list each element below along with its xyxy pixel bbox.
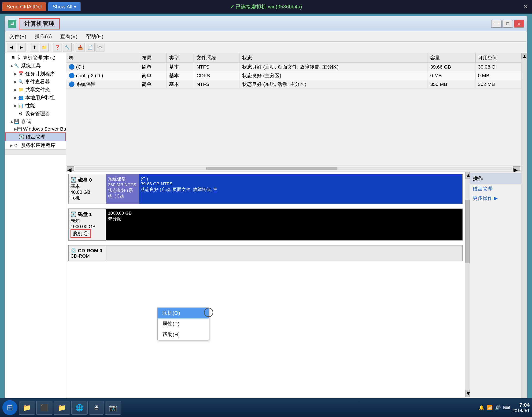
table-row[interactable]: 🔵 config-2 (D:) 简单 基本 CDFS 状态良好 (主分区) 0 … bbox=[66, 71, 521, 80]
scroll-left-btn[interactable]: ◀ bbox=[67, 166, 74, 171]
actions-more-btn[interactable]: 更多操作 ▶ bbox=[470, 194, 521, 203]
sidebar-item-device-mgr[interactable]: 🖨 设备管理器 bbox=[5, 110, 66, 117]
sidebar: 🖥 计算机管理(本地) ▲ 🔧 系统工具 ▶ 📅 任务计划程序 ▶ 🔍 事件查看… bbox=[5, 53, 66, 408]
minimize-button[interactable]: — bbox=[491, 20, 501, 28]
help-icon[interactable]: ❓ bbox=[53, 43, 62, 52]
menu-file[interactable]: 文件(F) bbox=[8, 32, 28, 41]
table-row[interactable]: 🔵 系统保留 简单 基本 NTFS 状态良好 (系统, 活动, 主分区) 350… bbox=[66, 80, 521, 89]
menu-help[interactable]: 帮助(H) bbox=[84, 32, 105, 41]
sidebar-item-disk-mgmt[interactable]: 💽 磁盘管理 bbox=[5, 132, 66, 141]
cell-status: 状态良好 (系统, 活动, 主分区) bbox=[240, 80, 428, 89]
properties-button[interactable]: 🔧 bbox=[63, 43, 72, 52]
shared-folder-icon: 📁 bbox=[18, 87, 24, 92]
sidebar-item-event-viewer[interactable]: ▶ 🔍 事件查看器 bbox=[5, 78, 66, 86]
sidebar-item-storage[interactable]: ▲ 💾 存储 bbox=[5, 117, 66, 125]
actions-panel: 操作 磁盘管理 更多操作 ▶ bbox=[470, 172, 521, 397]
scroll-right-btn[interactable]: ▶ bbox=[513, 166, 520, 171]
taskbar-network-icon[interactable]: 📶 bbox=[487, 405, 493, 410]
sidebar-item-computer-mgmt[interactable]: 🖥 计算机管理(本地) bbox=[5, 54, 66, 62]
cell-capacity: 39.66 GB bbox=[428, 63, 476, 71]
scroll-thumb-v[interactable] bbox=[465, 200, 470, 263]
taskbar-powershell[interactable]: ⬛ bbox=[36, 401, 53, 415]
forward-button[interactable]: ▶ bbox=[17, 43, 26, 52]
menu-action[interactable]: 操作(A) bbox=[33, 32, 54, 41]
cell-volume: 🔵 config-2 (D:) bbox=[66, 71, 139, 80]
start-button[interactable]: ⊞ bbox=[2, 400, 17, 415]
sidebar-item-services[interactable]: ▶ ⚙ 服务和应用程序 bbox=[5, 141, 66, 149]
col-volume: 卷 bbox=[66, 53, 139, 63]
taskbar-clock[interactable]: 7:04 2014/9/1 bbox=[512, 402, 530, 413]
taskbar: ⊞ 📁 ⬛ 📁 🌐 🖥 📷 🔔 📶 🔊 ⌨ 7:04 2014/9/1 bbox=[0, 398, 532, 417]
taskbar-notification-icon[interactable]: 🔔 bbox=[479, 405, 484, 410]
table-hscroll[interactable]: ◀ ▶ bbox=[66, 165, 521, 172]
disk1-unallocated[interactable]: 1000.00 GB 未分配 bbox=[106, 209, 462, 240]
taskbar-speaker-icon[interactable]: 🔊 bbox=[495, 405, 501, 410]
send-ctrl-alt-del-button[interactable]: Send CtrlAltDel bbox=[2, 2, 46, 11]
scroll-track-sidebar[interactable] bbox=[521, 59, 527, 408]
toolbar-separator-3 bbox=[74, 44, 74, 51]
ctx-help[interactable]: 帮助(H) bbox=[158, 329, 209, 340]
top-bar-close-button[interactable]: ✕ bbox=[523, 3, 528, 10]
scroll-thumb[interactable] bbox=[206, 167, 337, 170]
connection-status: ✔ 已连接虚拟机 win(9586bb4a) bbox=[230, 3, 302, 10]
scroll-track[interactable] bbox=[75, 167, 512, 170]
col-freespace: 可用空间 bbox=[476, 53, 521, 63]
show-all-button[interactable]: Show All ▾ bbox=[48, 2, 81, 11]
expand-icon: ▶ bbox=[14, 127, 17, 131]
taskbar-screen[interactable]: 🖥 bbox=[89, 401, 104, 415]
disk-vscroll[interactable]: ▲ ▼ bbox=[465, 172, 470, 397]
toolbar-separator-2 bbox=[51, 44, 51, 51]
settings-button[interactable]: ⚙ bbox=[96, 43, 105, 52]
maximize-button[interactable]: □ bbox=[502, 20, 513, 28]
close-button[interactable]: ✕ bbox=[514, 20, 524, 28]
up-button[interactable]: ⬆ bbox=[30, 43, 39, 52]
disk0-sysreserved-partition[interactable]: 系统保留 350 MB NTFS 状态良好 (系统, 活动 bbox=[106, 174, 139, 204]
taskbar-camera[interactable]: 📷 bbox=[105, 401, 121, 415]
table-row[interactable]: 🔵 (C:) 简单 基本 NTFS 状态良好 (启动, 页面文件, 故障转储, … bbox=[66, 63, 521, 71]
share-button[interactable]: 📤 bbox=[76, 43, 85, 52]
sidebar-item-task-scheduler[interactable]: ▶ 📅 任务计划程序 bbox=[5, 70, 66, 78]
partition-status: 状态良好 (系统, 活动 bbox=[108, 188, 137, 200]
sidebar-item-system-tools[interactable]: ▲ 🔧 系统工具 bbox=[5, 62, 66, 70]
sidebar-item-windows-backup[interactable]: ▶ 💾 Windows Server Back bbox=[5, 125, 66, 132]
actions-disk-mgmt-item[interactable]: 磁盘管理 bbox=[470, 184, 521, 194]
folder-button[interactable]: 📁 bbox=[40, 43, 49, 52]
window-app-icon: 🖥 bbox=[8, 20, 16, 28]
scroll-track-v[interactable] bbox=[465, 179, 470, 390]
scroll-up-btn[interactable]: ▲ bbox=[465, 172, 470, 179]
cell-fs: CDFS bbox=[194, 71, 240, 80]
taskbar-folder[interactable]: 📁 bbox=[54, 401, 70, 415]
scroll-up-btn[interactable]: ▲ bbox=[521, 53, 527, 59]
sidebar-item-label: 性能 bbox=[25, 102, 35, 109]
scroll-down-btn[interactable]: ▼ bbox=[465, 390, 470, 397]
disk1-status: 脱机 ⓘ bbox=[71, 229, 104, 238]
col-filesystem: 文件系统 bbox=[194, 53, 240, 63]
cell-layout: 简单 bbox=[139, 80, 167, 89]
cell-layout: 简单 bbox=[139, 71, 167, 80]
sidebar-item-label: 本地用户和组 bbox=[25, 94, 55, 101]
cdrom-type: CD-ROM bbox=[71, 253, 104, 259]
sidebar-item-performance[interactable]: ▶ 📊 性能 bbox=[5, 102, 66, 110]
menu-view[interactable]: 查看(V) bbox=[58, 32, 79, 41]
taskbar-ie[interactable]: 🌐 bbox=[71, 401, 88, 415]
unalloc-size: 1000.00 GB 未分配 bbox=[108, 211, 132, 222]
sidebar-vscroll[interactable]: ▲ ▼ bbox=[521, 53, 527, 408]
back-button[interactable]: ◀ bbox=[7, 43, 16, 52]
expand-icon: ▶ bbox=[14, 87, 18, 92]
taskbar-file-explorer[interactable]: 📁 bbox=[19, 401, 35, 415]
sidebar-hscroll[interactable] bbox=[5, 149, 66, 155]
ctx-properties[interactable]: 属性(P) bbox=[158, 318, 209, 329]
disk-mgmt-icon: 💽 bbox=[19, 134, 25, 139]
ctx-online[interactable]: 联机(O) bbox=[158, 308, 209, 318]
cell-type: 基本 bbox=[167, 63, 194, 71]
sidebar-item-local-users[interactable]: ▶ 👥 本地用户和组 bbox=[5, 94, 66, 102]
taskbar-keyboard-icon[interactable]: ⌨ bbox=[503, 405, 510, 410]
cell-layout: 简单 bbox=[139, 63, 167, 71]
new-button[interactable]: 📄 bbox=[86, 43, 95, 52]
disk0-c-partition[interactable]: (C:) 39.66 GB NTFS 状态良好 (启动, 页面文件, 故障转储,… bbox=[139, 174, 462, 204]
task-scheduler-icon: 📅 bbox=[18, 71, 24, 76]
sidebar-item-shared-folders[interactable]: ▶ 📁 共享文件夹 bbox=[5, 86, 66, 94]
expand-icon: ▶ bbox=[14, 72, 18, 76]
chevron-right-icon: ▶ bbox=[494, 195, 498, 201]
computer-mgmt-icon: 🖥 bbox=[11, 55, 17, 60]
